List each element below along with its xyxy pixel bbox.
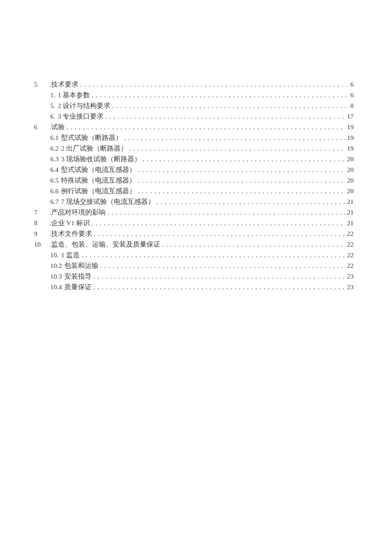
toc-entry-label: 质量保证 (64, 282, 93, 292)
toc-leader-dots (112, 100, 349, 111)
toc-entry-number: 10. (50, 250, 61, 260)
toc-entry-page: 8 (349, 100, 354, 111)
toc-row: 6.33 现场验收试验（断路器）20 (34, 154, 354, 164)
toc-leader-dots (129, 143, 346, 154)
toc-entry-number: 1. (50, 90, 58, 100)
toc-entry-page: 17 (346, 111, 354, 122)
toc-leader-dots (162, 239, 346, 250)
toc-row: 9.技术文件要求22 (34, 228, 354, 239)
toc-entry-number: 6.2 (50, 143, 61, 154)
toc-row: 6.4型式试验（电流互感器）20 (34, 164, 354, 175)
toc-leader-dots (143, 154, 346, 164)
toc-leader-dots (156, 196, 346, 207)
toc-entry-page: 22 (346, 260, 354, 271)
toc-row: 8.企业 V1 标识21 (34, 218, 354, 228)
toc-entry-label: .技术文件要求 (49, 228, 94, 239)
toc-leader-dots (100, 260, 345, 271)
toc-entry-number: 10.2 (50, 260, 64, 271)
toc-row: 10.监造、包装、运输、安装及质量保证22 (34, 239, 354, 250)
toc-leader-dots (93, 282, 345, 292)
toc-entry-label: 2 设计与结构要求 (58, 100, 112, 111)
toc-leader-dots (107, 207, 346, 218)
toc-row: 6.3 专业接口要求17 (34, 111, 354, 122)
toc-row: 6.6例行试验（电流互感器）20 (34, 186, 354, 196)
toc-page: 5.技术要求61.1 基本参数65.2 设计与结构要求86.3 专业接口要求17… (0, 0, 392, 555)
toc-row: 5.技术要求6 (34, 79, 354, 90)
toc-entry-label: 2 出厂试验（断路器） (61, 143, 129, 154)
toc-entry-label: .产品对环境的影响 (49, 207, 107, 218)
toc-entry-number: 10 (34, 239, 49, 250)
toc-entry-label: .监造、包装、运输、安装及质量保证 (49, 239, 162, 250)
toc-entry-number: 10.4 (50, 282, 64, 292)
toc-entry-number: 10.3 (50, 271, 64, 282)
toc-leader-dots (138, 164, 345, 175)
toc-entry-label: 型式试验（电流互感器） (61, 164, 138, 175)
toc-entry-number: 6.6 (50, 186, 61, 196)
toc-entry-number: 6.3 (50, 154, 61, 164)
toc-entry-page: 19 (346, 132, 354, 143)
toc-row: 6.5特殊试验（电流互感器）20 (34, 175, 354, 186)
toc-leader-dots (81, 250, 346, 260)
toc-entry-page: 20 (346, 154, 354, 164)
toc-entry-number: 6.7 (50, 196, 61, 207)
toc-entry-page: 21 (346, 196, 354, 207)
toc-entry-number: 6.1 (50, 132, 61, 143)
toc-leader-dots (92, 218, 346, 228)
toc-leader-dots (138, 175, 345, 186)
toc-leader-dots (138, 186, 345, 196)
toc-entry-page: 22 (346, 228, 354, 239)
toc-entry-page: 21 (346, 207, 354, 218)
toc-row: 10.1 监造22 (34, 250, 354, 260)
toc-entry-page: 20 (346, 186, 354, 196)
toc-entry-page: 19 (346, 143, 354, 154)
toc-entry-page: 19 (346, 122, 354, 132)
toc-entry-label: .技术要求 (49, 79, 80, 90)
toc-entry-number: 5 (34, 79, 49, 90)
toc-entry-number: 6.4 (50, 164, 61, 175)
toc-entry-number: 6.5 (50, 175, 61, 186)
toc-leader-dots (124, 132, 345, 143)
toc-entry-number: 6 (34, 122, 49, 132)
toc-entry-label: 包装和运输 (64, 260, 100, 271)
toc-leader-dots (66, 122, 346, 132)
toc-entry-page: 6 (349, 90, 354, 100)
toc-row: 6.1型式试验（断路器）19 (34, 132, 354, 143)
toc-leader-dots (80, 79, 349, 90)
toc-row: 1.1 基本参数6 (34, 90, 354, 100)
toc-entry-page: 6 (349, 79, 354, 90)
toc-row: 10.4质量保证23 (34, 282, 354, 292)
toc-entry-label: 3 现场验收试验（断路器） (61, 154, 143, 164)
toc-entry-page: 23 (346, 271, 354, 282)
toc-entry-label: 7 现场交接试验（电流互感器） (61, 196, 156, 207)
toc-row: 6.试验19 (34, 122, 354, 132)
toc-entry-label: 1 基本参数 (58, 90, 92, 100)
toc-entry-label: 型式试验（断路器） (61, 132, 124, 143)
toc-row: 10.3安装指导23 (34, 271, 354, 282)
toc-entry-number: 5. (50, 100, 58, 111)
toc-entry-page: 20 (346, 175, 354, 186)
toc-row: 5.2 设计与结构要求8 (34, 100, 354, 111)
toc-entry-page: 21 (346, 218, 354, 228)
toc-entry-label: .企业 V1 标识 (49, 218, 92, 228)
toc-entry-number: 6. (50, 111, 58, 122)
toc-leader-dots (93, 271, 345, 282)
toc-row: 6.22 出厂试验（断路器）19 (34, 143, 354, 154)
toc-row: 7.产品对环境的影响21 (34, 207, 354, 218)
toc-entry-label: .试验 (49, 122, 66, 132)
toc-entry-label: 3 专业接口要求 (58, 111, 106, 122)
toc-leader-dots (92, 90, 349, 100)
toc-entry-number: 8 (34, 218, 49, 228)
toc-entry-label: 安装指导 (64, 271, 93, 282)
toc-entry-page: 20 (346, 164, 354, 175)
toc-entry-label: 例行试验（电流互感器） (61, 186, 138, 196)
toc-row: 6.77 现场交接试验（电流互感器）21 (34, 196, 354, 207)
toc-leader-dots (105, 111, 345, 122)
toc-entry-number: 7 (34, 207, 49, 218)
toc-entry-page: 22 (346, 239, 354, 250)
toc-leader-dots (94, 228, 346, 239)
toc-row: 10.2包装和运输22 (34, 260, 354, 271)
toc-list: 5.技术要求61.1 基本参数65.2 设计与结构要求86.3 专业接口要求17… (34, 79, 354, 292)
toc-entry-label: 1 监造 (61, 250, 81, 260)
toc-entry-page: 22 (346, 250, 354, 260)
toc-entry-number: 9 (34, 228, 49, 239)
